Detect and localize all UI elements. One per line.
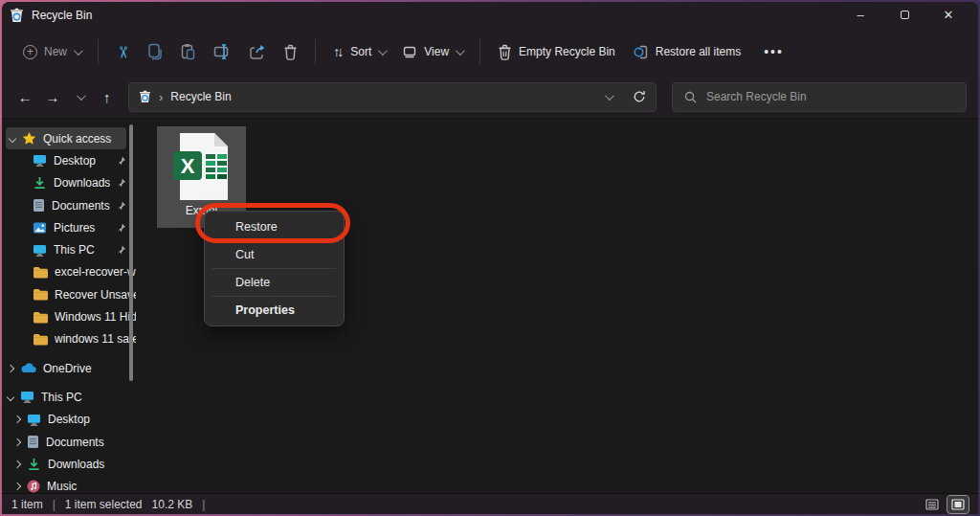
svg-text:X: X xyxy=(180,154,194,178)
sidebar-item-thispc-pinned[interactable]: This PC xyxy=(2,238,136,260)
selection-count: 1 item selected xyxy=(65,498,143,511)
paste-button[interactable] xyxy=(172,37,204,66)
explorer-window: Recycle Bin – ✕ + New ✂ xyxy=(2,2,978,514)
sidebar-item-quick-access[interactable]: Quick access xyxy=(6,127,126,149)
back-button[interactable]: ← xyxy=(13,83,37,110)
context-menu-item-properties[interactable]: Properties xyxy=(205,298,344,323)
empty-recycle-bin-button[interactable]: Empty Recycle Bin xyxy=(490,38,623,66)
window-title: Recycle Bin xyxy=(32,9,92,22)
pin-icon xyxy=(117,156,126,166)
desktop-icon xyxy=(33,154,47,167)
large-icons-view-button[interactable] xyxy=(947,496,969,513)
sidebar-item-downloads-pinned[interactable]: Downloads xyxy=(2,172,136,194)
cut-button[interactable]: ✂ xyxy=(108,36,137,68)
search-placeholder: Search Recycle Bin xyxy=(706,90,807,103)
sidebar-item-thispc-music[interactable]: Music xyxy=(2,475,136,497)
copy-icon xyxy=(146,43,163,60)
document-icon xyxy=(33,198,45,213)
folder-icon xyxy=(33,288,48,301)
empty-bin-icon xyxy=(498,44,512,60)
desktop-icon xyxy=(27,414,41,426)
recycle-bin-icon xyxy=(10,8,24,23)
view-button[interactable]: View xyxy=(394,39,470,64)
download-icon xyxy=(27,458,41,471)
chevron-right-icon[interactable] xyxy=(13,415,21,423)
chevron-down-icon[interactable] xyxy=(7,393,14,401)
address-bar[interactable]: › Recycle Bin xyxy=(128,82,657,112)
sidebar-item-thispc-documents[interactable]: Documents xyxy=(2,431,136,453)
share-button[interactable] xyxy=(241,38,274,66)
forward-button[interactable]: → xyxy=(41,83,65,110)
sidebar-item-documents-pinned[interactable]: Documents xyxy=(2,194,136,216)
recycle-bin-icon xyxy=(139,90,151,103)
search-icon xyxy=(684,91,697,103)
restore-all-items-button[interactable]: Restore all items xyxy=(625,38,748,66)
cut-icon: ✂ xyxy=(113,45,133,58)
chevron-right-icon[interactable] xyxy=(7,364,14,371)
chevron-right-icon[interactable] xyxy=(13,482,21,490)
sort-button[interactable]: ↑↓ Sort xyxy=(325,38,392,65)
breadcrumb[interactable]: Recycle Bin xyxy=(170,90,231,103)
excel-file-icon: X xyxy=(172,132,232,201)
context-menu-item-cut[interactable]: Cut xyxy=(205,242,344,267)
context-menu-item-restore[interactable]: Restore xyxy=(205,214,344,239)
paste-icon xyxy=(180,43,196,60)
chevron-down-icon[interactable] xyxy=(9,134,16,142)
music-icon xyxy=(27,480,40,493)
sidebar-item-this-pc[interactable]: This PC xyxy=(2,386,136,408)
sidebar-scrollbar[interactable] xyxy=(129,124,133,381)
new-button[interactable]: + New xyxy=(15,39,88,65)
monitor-icon xyxy=(33,244,47,257)
cloud-icon xyxy=(20,363,36,373)
navigation-bar: ← → ↑ › Recycle Bin Search Recycle Bin xyxy=(2,76,978,119)
up-button[interactable]: ↑ xyxy=(96,83,120,110)
maximize-button[interactable] xyxy=(882,2,926,28)
copy-button[interactable] xyxy=(139,37,170,66)
file-list-pane[interactable]: X Exmpl Restore Cut Delete Properti xyxy=(136,119,978,493)
more-options-button[interactable]: ••• xyxy=(750,38,797,65)
minimize-button[interactable]: – xyxy=(838,2,882,28)
status-bar: 1 item | 1 item selected 10.2 KB | xyxy=(2,493,978,514)
rename-button[interactable] xyxy=(206,38,239,65)
recent-locations-button[interactable] xyxy=(68,83,92,110)
address-dropdown-icon[interactable] xyxy=(605,91,614,101)
close-button[interactable]: ✕ xyxy=(926,2,970,28)
pin-icon xyxy=(117,178,126,188)
sidebar-item-label: Desktop xyxy=(48,413,136,426)
selection-size: 10.2 KB xyxy=(152,498,193,511)
sidebar-item-thispc-downloads[interactable]: Downloads xyxy=(2,453,136,475)
chevron-down-icon xyxy=(74,46,83,56)
sidebar-item-thispc-desktop[interactable]: Desktop xyxy=(2,409,136,431)
chevron-right-icon[interactable] xyxy=(13,460,21,468)
refresh-button[interactable] xyxy=(633,90,646,103)
context-menu: Restore Cut Delete Properties xyxy=(204,211,345,326)
sidebar-item-folder-excel-recover[interactable]: excel-recover-wi xyxy=(2,261,136,283)
context-menu-item-delete[interactable]: Delete xyxy=(205,270,344,295)
sidebar-item-folder-windows11-hid[interactable]: Windows 11 Hid xyxy=(2,305,136,327)
chevron-down-icon xyxy=(378,46,388,56)
sidebar-item-label: Windows 11 Hid xyxy=(55,310,136,324)
more-options-icon: ••• xyxy=(758,44,790,59)
delete-button[interactable] xyxy=(276,38,305,66)
item-count: 1 item xyxy=(11,498,43,511)
command-toolbar: + New ✂ ↑↓ Sort xyxy=(2,28,978,76)
sidebar-item-label: Desktop xyxy=(54,154,110,168)
chevron-right-icon[interactable] xyxy=(13,437,21,445)
pin-icon xyxy=(117,201,126,211)
sidebar-item-label: Downloads xyxy=(54,176,110,190)
sort-icon: ↑↓ xyxy=(333,44,344,59)
sidebar-item-label: Music xyxy=(47,480,136,493)
sidebar-item-pictures-pinned[interactable]: Pictures xyxy=(2,216,136,238)
sidebar-item-folder-windows11-safe[interactable]: windows 11 safe xyxy=(2,328,136,350)
pin-icon xyxy=(117,223,126,233)
empty-recycle-bin-label: Empty Recycle Bin xyxy=(519,45,615,58)
sidebar-item-label: Documents xyxy=(46,436,136,449)
details-view-button[interactable] xyxy=(922,496,943,513)
restore-all-items-label: Restore all items xyxy=(656,45,741,58)
sidebar-item-desktop-pinned[interactable]: Desktop xyxy=(2,149,136,171)
search-input[interactable]: Search Recycle Bin xyxy=(672,82,967,112)
sidebar-item-label: Recover Unsaved xyxy=(55,288,136,302)
sidebar-item-onedrive[interactable]: OneDrive xyxy=(2,357,136,379)
sidebar-item-folder-recover-unsaved[interactable]: Recover Unsaved xyxy=(2,283,136,305)
pin-icon xyxy=(117,245,126,255)
